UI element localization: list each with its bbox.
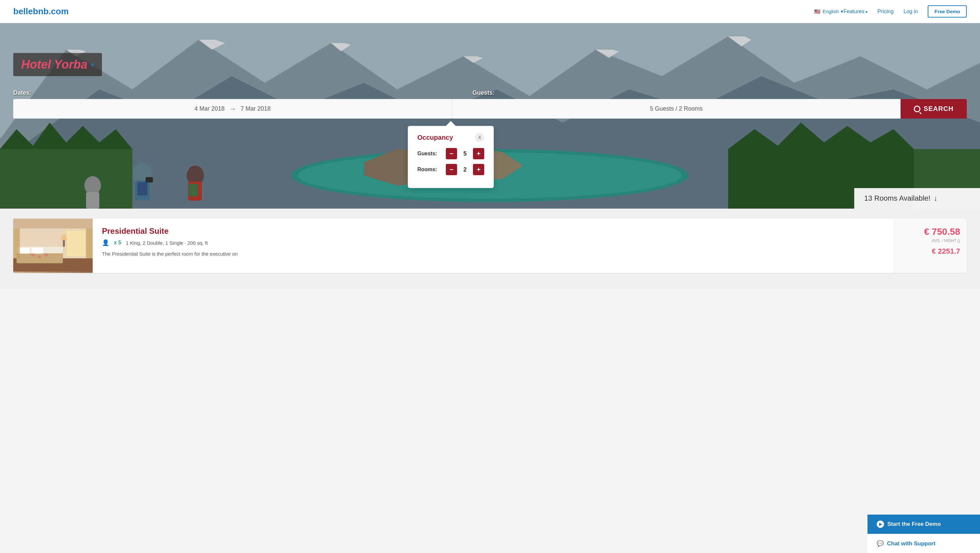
- rooms-row: Rooms: − 2 +: [417, 164, 484, 175]
- rooms-minus-button[interactable]: −: [446, 164, 457, 175]
- guest-count: x 5: [114, 240, 121, 246]
- search-section: Dates: Guests: 4 Mar 2018 → 7 Mar 2018 5…: [13, 89, 967, 118]
- search-label: SEARCH: [924, 105, 953, 113]
- svg-point-36: [32, 253, 35, 257]
- guests-label: Guests:: [472, 89, 967, 96]
- room-details: Presidential Suite 👤 x 5 1 King, 2 Doubl…: [93, 218, 894, 273]
- guests-minus-button[interactable]: −: [446, 148, 457, 159]
- guests-row: Guests: − 5 +: [417, 148, 484, 159]
- room-name: Presidential Suite: [102, 226, 885, 236]
- brand-logo[interactable]: bellebnb.com: [13, 6, 814, 17]
- search-labels: Dates: Guests:: [13, 89, 967, 96]
- language-label: English: [822, 9, 839, 14]
- search-row: 4 Mar 2018 → 7 Mar 2018 5 Guests / 2 Roo…: [13, 99, 967, 118]
- room-specs: 1 King, 2 Double, 1 Single · 200 sq. ft: [126, 240, 208, 246]
- nav-links: Features Pricing Log in Free Demo: [843, 5, 967, 18]
- guests-rooms-input[interactable]: 5 Guests / 2 Rooms: [452, 99, 900, 118]
- rooms-plus-button[interactable]: +: [473, 164, 484, 175]
- guests-controls: − 5 +: [446, 148, 484, 159]
- rooms-row-label: Rooms:: [417, 167, 444, 172]
- svg-rect-39: [63, 240, 65, 247]
- room-pricing: € 750.58 AVG. / NIGHT () € 2251.7: [894, 218, 967, 273]
- rooms-controls: − 2 +: [446, 164, 484, 175]
- popup-arrow: [446, 121, 455, 126]
- lang-chevron-icon: ▾: [841, 9, 843, 14]
- nav-features[interactable]: Features: [843, 9, 867, 14]
- hero-section: Hotel Yorba ▾ Dates: Guests: 4 Mar 2018 …: [0, 23, 980, 209]
- rooms-count: 2: [462, 166, 468, 173]
- price-total: € 2251.7: [932, 247, 960, 256]
- hotel-name-bar: Hotel Yorba ▾: [13, 53, 102, 76]
- occupancy-title: Occupancy: [417, 134, 453, 142]
- rooms-available-banner: 13 Rooms Available! ↓: [854, 188, 980, 209]
- svg-rect-31: [67, 231, 85, 256]
- room-card: Presidential Suite 👤 x 5 1 King, 2 Doubl…: [13, 218, 967, 273]
- hotel-chevron-icon[interactable]: ▾: [91, 61, 94, 69]
- listings-section: Presidential Suite 👤 x 5 1 King, 2 Doubl…: [0, 209, 980, 289]
- nav-pricing[interactable]: Pricing: [877, 9, 894, 14]
- svg-point-38: [45, 253, 48, 257]
- date-range-input[interactable]: 4 Mar 2018 → 7 Mar 2018: [13, 99, 452, 118]
- search-icon: [914, 106, 920, 112]
- flag-icon: 🇺🇸: [814, 9, 821, 14]
- room-description: The Presidential Suite is the perfect ro…: [102, 250, 885, 258]
- svg-point-37: [38, 255, 41, 258]
- occupancy-popup: Occupancy X Guests: − 5 + Rooms: − 2 +: [408, 126, 494, 188]
- svg-rect-27: [13, 218, 93, 228]
- room-image: [13, 218, 93, 273]
- rooms-available-arrow: ↓: [934, 194, 937, 202]
- date-arrow-icon: →: [229, 105, 236, 113]
- guests-count: 5: [462, 150, 468, 157]
- svg-rect-35: [32, 248, 43, 253]
- language-selector[interactable]: 🇺🇸 English ▾: [814, 9, 843, 14]
- nav-login[interactable]: Log in: [904, 9, 918, 14]
- dates-label: Dates:: [13, 89, 434, 96]
- price-per-night: € 750.58: [924, 226, 960, 237]
- guests-row-label: Guests:: [417, 151, 444, 157]
- price-avg-label: AVG. / NIGHT (): [932, 238, 960, 243]
- navbar: bellebnb.com 🇺🇸 English ▾ Features Prici…: [0, 0, 980, 23]
- occupancy-close-button[interactable]: X: [475, 133, 484, 142]
- search-button[interactable]: SEARCH: [900, 99, 967, 118]
- svg-rect-42: [86, 228, 93, 258]
- room-image-svg: [13, 218, 93, 271]
- hotel-name: Hotel Yorba: [21, 57, 88, 72]
- svg-rect-34: [18, 248, 30, 253]
- date-from: 4 Mar 2018: [195, 105, 225, 112]
- date-to: 7 Mar 2018: [240, 105, 271, 112]
- occupancy-header: Occupancy X: [417, 133, 484, 142]
- guest-person-icon: 👤: [102, 239, 109, 246]
- rooms-available-text: 13 Rooms Available!: [864, 194, 931, 202]
- room-meta: 👤 x 5 1 King, 2 Double, 1 Single · 200 s…: [102, 239, 885, 246]
- svg-rect-41: [13, 228, 20, 258]
- guests-value: 5 Guests / 2 Rooms: [650, 105, 703, 112]
- guests-plus-button[interactable]: +: [473, 148, 484, 159]
- free-demo-button[interactable]: Free Demo: [928, 5, 967, 18]
